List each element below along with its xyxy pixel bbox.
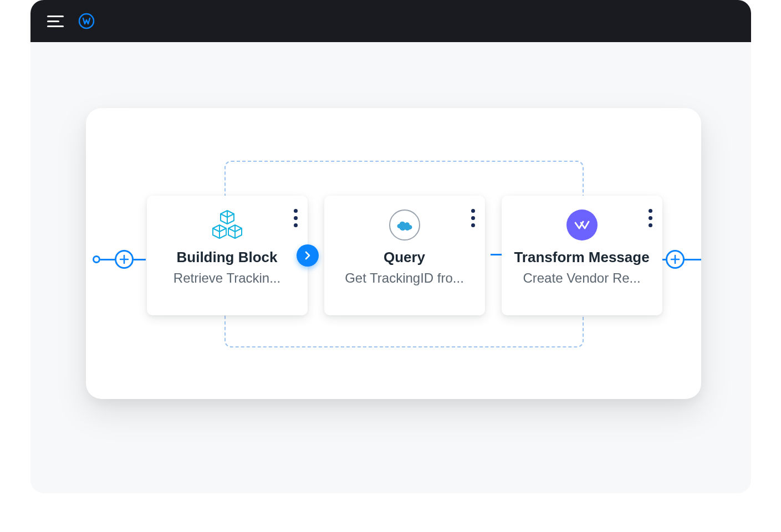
card-menu-icon[interactable] — [649, 209, 652, 227]
connector-line — [685, 259, 701, 260]
card-title: Building Block — [177, 249, 278, 266]
add-step-button[interactable] — [666, 250, 685, 269]
mulesoft-logo-icon[interactable] — [78, 13, 95, 29]
app-window: Building Block Retrieve Trackin... Query — [30, 0, 751, 493]
flow-card-building-block[interactable]: Building Block Retrieve Trackin... — [147, 196, 308, 315]
connector-line — [100, 259, 115, 260]
add-step-button[interactable] — [115, 250, 134, 269]
card-menu-icon[interactable] — [294, 209, 298, 227]
card-title: Query — [384, 249, 425, 266]
flow-card-transform[interactable]: Transform Message Create Vendor Re... — [502, 196, 662, 315]
next-step-button[interactable] — [297, 244, 319, 267]
salesforce-icon — [389, 209, 420, 241]
building-block-icon — [211, 208, 244, 242]
card-subtitle: Retrieve Trackin... — [173, 270, 280, 286]
flow-card-query[interactable]: Query Get TrackingID fro... — [324, 196, 485, 315]
app-header — [30, 0, 751, 42]
flow-canvas: Building Block Retrieve Trackin... Query — [86, 108, 701, 399]
start-node-icon — [93, 255, 100, 263]
menu-icon[interactable] — [47, 16, 64, 27]
card-subtitle: Create Vendor Re... — [523, 270, 640, 286]
card-title: Transform Message — [514, 249, 649, 266]
flow-cards-row: Building Block Retrieve Trackin... Query — [147, 196, 662, 315]
flow-start-connector — [93, 250, 146, 269]
card-subtitle: Get TrackingID fro... — [345, 270, 464, 286]
card-menu-icon[interactable] — [471, 209, 475, 227]
transform-icon — [566, 209, 598, 241]
connector-line — [134, 259, 146, 260]
